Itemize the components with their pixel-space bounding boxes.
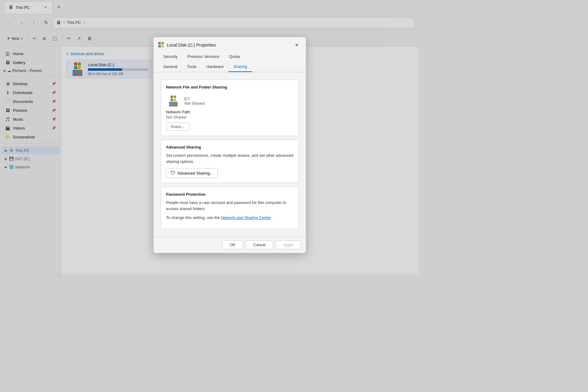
- desktop-icon: 🖥: [5, 81, 10, 86]
- network-path-label: Network Path:: [166, 110, 293, 114]
- new-button[interactable]: ✦ New ∨: [4, 34, 26, 43]
- back-button[interactable]: ←: [4, 17, 15, 28]
- home-icon: 🏠: [5, 51, 10, 56]
- sidebar-fat-d-label: FAT (D:): [15, 156, 30, 161]
- title-bar: 🖥 This PC ✕ +: [0, 0, 418, 15]
- sidebar-screenshots-label: Screenshots: [13, 135, 35, 139]
- network-path-value: Not Shared: [166, 115, 293, 119]
- dialog-titlebar: Local Disk (C:) Properties ✕: [153, 37, 306, 52]
- sharing-windows-logo: [171, 96, 176, 101]
- tab-sharing[interactable]: Sharing: [228, 62, 252, 72]
- expand-icon-this-pc: ▶: [5, 149, 7, 152]
- sidebar-this-pc-label: This PC: [15, 148, 29, 153]
- tab-security[interactable]: Security: [158, 52, 183, 62]
- share-icon: ↗: [77, 36, 81, 41]
- password-desc3-text: .: [272, 215, 273, 220]
- dialog-windows-logo: [158, 42, 164, 47]
- refresh-button[interactable]: ↻: [40, 17, 51, 28]
- sidebar-item-home[interactable]: 🏠 Home: [1, 49, 60, 58]
- advanced-desc: Set custom permissions, create multiple …: [166, 153, 293, 164]
- title-tab[interactable]: 🖥 This PC ✕: [4, 1, 53, 13]
- drive-c-bar: [88, 68, 122, 71]
- sidebar-item-fat-d[interactable]: ▶ 💾 FAT (D:): [1, 155, 60, 163]
- close-tab-button[interactable]: ✕: [43, 5, 48, 10]
- sharing-path: C:\: [184, 96, 205, 101]
- share-button[interactable]: Share...: [166, 123, 189, 131]
- sidebar-item-downloads[interactable]: ⬇ Downloads 📌: [1, 88, 60, 97]
- new-tab-button[interactable]: +: [54, 2, 64, 12]
- dialog-title-icon: [158, 42, 164, 48]
- sharing-details: C:\ Not Shared: [184, 96, 205, 106]
- pictures-icon: 🖼: [5, 107, 10, 113]
- advanced-sharing-button[interactable]: 🛡 Advanced Sharing...: [166, 168, 218, 178]
- network-sharing-center-link[interactable]: Network and Sharing Center: [221, 215, 271, 220]
- pin-icon-documents: 📌: [52, 100, 56, 104]
- rename-icon: ✏: [67, 36, 71, 41]
- forward-button[interactable]: →: [16, 17, 27, 28]
- new-arrow: ∨: [21, 37, 23, 40]
- sidebar-desktop-label: Desktop: [13, 81, 28, 86]
- tab-previous-versions[interactable]: Previous Versions: [183, 52, 224, 62]
- sidebar-item-network[interactable]: ▶ 🌐 Network: [1, 163, 60, 171]
- cancel-button[interactable]: Cancel: [246, 240, 273, 249]
- drive-item-c[interactable]: Local Disk (C:) 98.5 GB free of 232 GB: [66, 60, 152, 78]
- pin-icon-videos: 📌: [52, 126, 56, 130]
- tab-tools[interactable]: Tools: [182, 62, 201, 72]
- share-button[interactable]: ↗: [74, 34, 84, 43]
- sidebar-item-desktop[interactable]: 🖥 Desktop 📌: [1, 79, 60, 88]
- dialog-tabs-row2: General Tools Hardware Sharing: [153, 62, 306, 72]
- expand-icon-network: ▶: [5, 165, 7, 169]
- sidebar-divider-1: [4, 77, 57, 77]
- cut-button[interactable]: ✂: [30, 34, 39, 43]
- delete-icon: 🗑: [88, 36, 92, 41]
- sidebar-section-onedrive[interactable]: ▶ ☁ Richard - Person: [0, 67, 61, 74]
- properties-dialog: Local Disk (C:) Properties ✕ Security Pr…: [153, 37, 306, 253]
- gallery-icon: 🖼: [5, 60, 10, 65]
- toolbar-separator-1: [28, 35, 28, 42]
- sidebar-home-label: Home: [13, 51, 24, 56]
- pin-icon-pictures: 📌: [52, 108, 56, 112]
- sidebar-item-music[interactable]: 🎵 Music 📌: [1, 115, 60, 123]
- advanced-sharing-label: Advanced Sharing...: [177, 171, 213, 175]
- drive-c-icon: [70, 63, 85, 75]
- sidebar-item-documents[interactable]: 📄 Documents 📌: [1, 97, 60, 106]
- cut-icon: ✂: [33, 36, 36, 41]
- sidebar-item-videos[interactable]: 🎬 Videos 📌: [1, 124, 60, 132]
- drive-c-info: Local Disk (C:) 98.5 GB free of 232 GB: [88, 62, 148, 76]
- pin-icon-downloads: 📌: [52, 91, 56, 95]
- sidebar: 🏠 Home 🖼 Gallery ▶ ☁ Richard - Person 🖥 …: [0, 47, 61, 275]
- sidebar-item-gallery[interactable]: 🖼 Gallery: [1, 58, 60, 67]
- sidebar-item-screenshots[interactable]: 📁 Screenshots: [1, 133, 60, 141]
- fat-d-icon: 💾: [9, 156, 14, 161]
- section1-title: Network File and Folder Sharing: [166, 85, 293, 89]
- sidebar-item-this-pc[interactable]: ▶ 🖥 This PC: [1, 146, 60, 154]
- apply-button: Apply: [276, 240, 301, 249]
- ok-button[interactable]: OK: [222, 240, 243, 249]
- section-title: Devices and drives: [71, 51, 104, 56]
- tab-quota[interactable]: Quota: [224, 52, 245, 62]
- password-desc1: People must have a user account and pass…: [166, 200, 293, 212]
- toolbar-separator-2: [62, 35, 62, 42]
- address-bar[interactable]: 🖥 > This PC >: [53, 17, 415, 28]
- drive-c-free: 98.5 GB free of 232 GB: [88, 72, 148, 76]
- address-path: This PC: [67, 20, 81, 25]
- section2-title: Advanced Sharing: [166, 145, 293, 149]
- up-button[interactable]: ↑: [28, 17, 39, 28]
- network-icon: 🌐: [9, 164, 14, 170]
- rename-button[interactable]: ✏: [64, 34, 74, 43]
- delete-button[interactable]: 🗑: [85, 34, 95, 43]
- sidebar-item-pictures[interactable]: 🖼 Pictures 📌: [1, 106, 60, 115]
- dialog-body: Network File and Folder Sharing: [153, 72, 306, 236]
- copy-button[interactable]: ⧉: [40, 34, 49, 43]
- dialog-close-button[interactable]: ✕: [292, 41, 301, 49]
- paste-button[interactable]: 📋: [49, 34, 60, 43]
- sharing-drive-icon: [166, 95, 181, 107]
- new-label: New: [11, 36, 19, 41]
- downloads-icon: ⬇: [5, 90, 10, 95]
- address-end-arrow: >: [83, 21, 85, 25]
- tab-general[interactable]: General: [158, 62, 182, 72]
- nav-bar: ← → ↑ ↻ 🖥 > This PC >: [0, 15, 418, 31]
- advanced-sharing-icon: 🛡: [171, 170, 175, 176]
- tab-hardware[interactable]: Hardware: [202, 62, 228, 72]
- dialog-title-text: Local Disk (C:) Properties: [167, 43, 290, 47]
